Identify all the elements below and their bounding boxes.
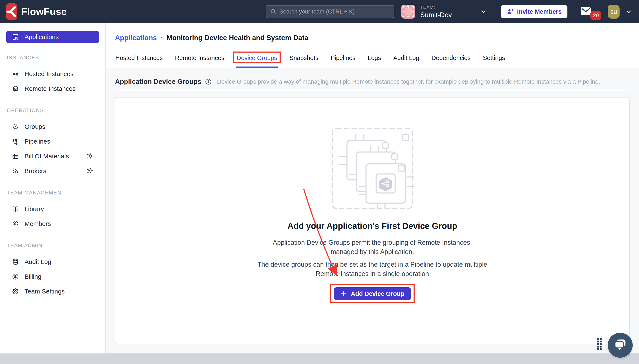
tab-logs[interactable]: Logs bbox=[367, 54, 381, 68]
brokers-icon bbox=[12, 168, 19, 174]
section-title: TEAM ADMIN bbox=[0, 242, 105, 248]
sidebar-section-instances: INSTANCES Hosted Instances bbox=[0, 55, 105, 96]
chevron-down-icon bbox=[480, 8, 487, 15]
applications-icon bbox=[12, 33, 19, 40]
team-settings-icon bbox=[12, 288, 19, 295]
sidebar-item-hosted-instances[interactable]: Hosted Instances bbox=[6, 66, 99, 81]
user-add-icon bbox=[506, 8, 514, 15]
add-device-group-area: Add Device Group bbox=[334, 287, 411, 300]
sidebar: Applications INSTANCES Hosted Instances bbox=[0, 23, 106, 354]
sidebar-item-label: Library bbox=[25, 206, 44, 212]
sidebar-item-audit-log[interactable]: Audit Log bbox=[6, 254, 99, 269]
search-input[interactable] bbox=[279, 8, 390, 15]
breadcrumb: Applications › Monitoring Device Health … bbox=[115, 34, 630, 42]
tab-remote-instances[interactable]: Remote Instances bbox=[175, 54, 225, 68]
sidebar-item-label: Members bbox=[25, 220, 51, 228]
tab-device-groups-label: Device Groups bbox=[237, 54, 277, 61]
sparkles-icon bbox=[86, 153, 93, 160]
tab-dependencies[interactable]: Dependencies bbox=[431, 54, 471, 68]
device-groups-content: Application Device Groups Device Groups … bbox=[106, 68, 639, 354]
flowfuse-logo[interactable]: FlowFuse bbox=[6, 4, 67, 20]
section-title: INSTANCES bbox=[0, 55, 105, 60]
chat-widget-button[interactable] bbox=[608, 333, 633, 358]
sidebar-item-pipelines[interactable]: Pipelines bbox=[6, 134, 99, 149]
device-group-illustration bbox=[331, 127, 414, 210]
chat-bubbles-icon bbox=[613, 338, 627, 352]
billing-icon bbox=[12, 273, 19, 280]
search-icon bbox=[270, 8, 276, 15]
sidebar-item-brokers[interactable]: Brokers bbox=[6, 164, 99, 178]
user-menu[interactable]: su bbox=[601, 0, 633, 23]
empty-state-card: Add your Application's First Device Grou… bbox=[115, 97, 630, 344]
sidebar-section-team-management: TEAM MANAGEMENT Library bbox=[0, 190, 105, 231]
sparkles-icon bbox=[86, 168, 93, 174]
tab-device-groups[interactable]: Device Groups bbox=[236, 54, 278, 68]
sidebar-item-label: Pipelines bbox=[25, 138, 50, 145]
sidebar-item-members[interactable]: Members bbox=[6, 216, 99, 231]
top-nav: FlowFuse TEAM: Sumit bbox=[0, 0, 639, 23]
pipelines-icon bbox=[12, 138, 19, 145]
page-title: Monitoring Device Health and System Data bbox=[167, 34, 308, 42]
sidebar-item-library[interactable]: Library bbox=[6, 202, 99, 216]
empty-state-paragraph-2: The device groups can then be set as the… bbox=[256, 260, 489, 278]
logo-text: FlowFuse bbox=[21, 6, 67, 17]
nav-right-cluster: TEAM: Sumit-Dev Invite Members bbox=[395, 0, 633, 23]
sidebar-item-label: Team Settings bbox=[25, 288, 65, 295]
section-divider bbox=[115, 90, 630, 90]
tab-audit-log[interactable]: Audit Log bbox=[393, 54, 420, 68]
application-tabs: Hosted Instances Remote Instances Device… bbox=[115, 54, 630, 68]
flowfuse-app: FlowFuse TEAM: Sumit bbox=[0, 0, 639, 364]
tab-pipelines[interactable]: Pipelines bbox=[330, 54, 356, 68]
sidebar-item-team-settings[interactable]: Team Settings bbox=[6, 284, 99, 299]
team-name: Sumit-Dev bbox=[420, 11, 452, 19]
sidebar-item-groups[interactable]: Groups bbox=[6, 119, 99, 134]
empty-state-paragraph-1: Application Device Groups permit the gro… bbox=[267, 238, 478, 256]
sidebar-item-label: Brokers bbox=[25, 168, 46, 174]
info-icon[interactable] bbox=[205, 78, 212, 85]
add-device-group-button[interactable]: Add Device Group bbox=[334, 287, 411, 300]
notification-count-badge: 20 bbox=[590, 11, 601, 20]
remote-instances-icon bbox=[12, 85, 19, 92]
sidebar-item-bill-of-materials[interactable]: Bill Of Materials bbox=[6, 149, 99, 164]
tab-hosted-instances[interactable]: Hosted Instances bbox=[115, 54, 163, 68]
audit-log-icon bbox=[12, 258, 19, 266]
breadcrumb-applications-link[interactable]: Applications bbox=[115, 34, 157, 42]
section-title: OPERATIONS bbox=[0, 108, 105, 114]
tab-snapshots[interactable]: Snapshots bbox=[289, 54, 319, 68]
window-bottom-strip bbox=[0, 354, 639, 364]
section-title: Application Device Groups bbox=[115, 78, 201, 86]
team-search[interactable] bbox=[266, 5, 394, 18]
mail-icon bbox=[581, 7, 591, 15]
bill-of-materials-icon bbox=[12, 153, 19, 160]
empty-state-title: Add your Application's First Device Grou… bbox=[287, 221, 457, 231]
sidebar-section-team-admin: TEAM ADMIN Audit Log B bbox=[0, 242, 105, 299]
section-description: Device Groups provide a way of managing … bbox=[217, 78, 600, 85]
invite-members-button[interactable]: Invite Members bbox=[501, 5, 568, 18]
sidebar-item-remote-instances[interactable]: Remote Instances bbox=[6, 81, 99, 96]
sidebar-item-label: Bill Of Materials bbox=[25, 153, 69, 160]
sidebar-item-label: Groups bbox=[25, 123, 45, 130]
team-selector[interactable]: TEAM: Sumit-Dev bbox=[395, 0, 493, 23]
sidebar-item-applications[interactable]: Applications bbox=[6, 30, 99, 43]
invite-members-label: Invite Members bbox=[517, 8, 562, 15]
sidebar-item-billing[interactable]: Billing bbox=[6, 269, 99, 284]
main-panel: Applications › Monitoring Device Health … bbox=[106, 23, 639, 354]
flowfuse-logo-icon bbox=[6, 4, 17, 20]
groups-icon bbox=[12, 123, 19, 130]
sidebar-item-label: Remote Instances bbox=[25, 85, 76, 92]
section-header: Application Device Groups Device Groups … bbox=[115, 78, 630, 86]
section-title: TEAM MANAGEMENT bbox=[0, 190, 105, 196]
plus-icon bbox=[341, 290, 347, 297]
invite-segment: Invite Members bbox=[493, 0, 575, 23]
hosted-instances-icon bbox=[12, 70, 19, 78]
chevron-down-icon bbox=[625, 8, 632, 15]
sidebar-item-label: Billing bbox=[25, 273, 42, 280]
sidebar-item-label: Hosted Instances bbox=[25, 70, 74, 78]
notifications-button[interactable]: 20 bbox=[575, 0, 601, 23]
drag-handle-dots[interactable] bbox=[597, 338, 602, 350]
sidebar-section-operations: OPERATIONS Groups bbox=[0, 108, 105, 178]
library-icon bbox=[12, 206, 19, 212]
sidebar-item-label: Audit Log bbox=[25, 258, 51, 266]
tab-settings[interactable]: Settings bbox=[482, 54, 505, 68]
team-meta: TEAM: Sumit-Dev bbox=[420, 5, 452, 19]
